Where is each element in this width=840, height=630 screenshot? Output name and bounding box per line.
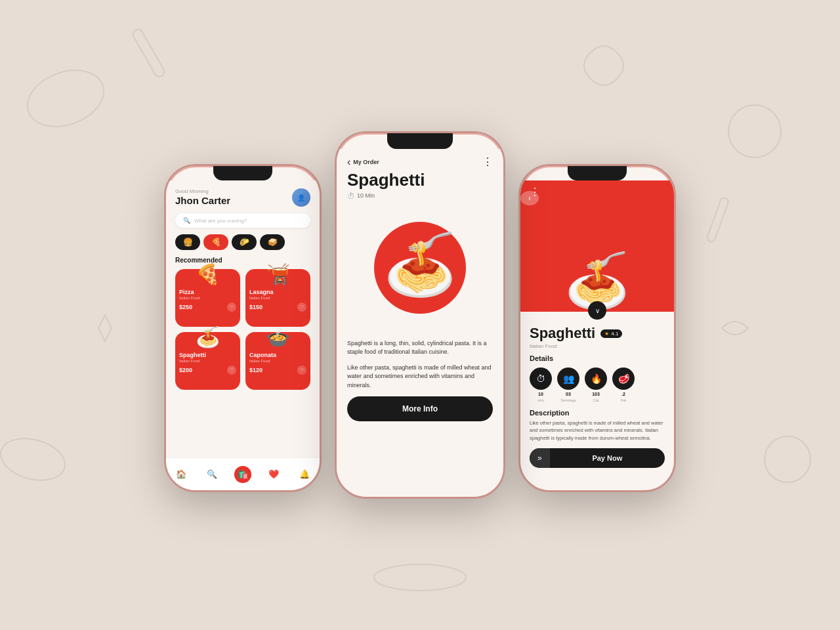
food-bottom-pizza: $250 ♡ (179, 303, 236, 312)
food-img-pizza: 🍕 (188, 257, 228, 290)
notch-right (568, 166, 627, 180)
svg-point-5 (765, 436, 810, 482)
details-title: Details (530, 354, 665, 362)
bottom-nav: 🏠 🔍 🛍️ ❤️ 🔔 (166, 457, 320, 490)
fat-label: Fat (621, 398, 627, 402)
food-sub-lasagna: Italian Food (249, 296, 306, 300)
food-img-caponata: 🍲 (259, 320, 298, 353)
food-sub-pizza: Italian Food (179, 296, 236, 300)
center-top-bar: ‹ My Order ⋮ (337, 149, 503, 171)
heart-pizza[interactable]: ♡ (227, 303, 236, 312)
right-top-section: ‹ ⋮ 🍝 ∨ (520, 180, 674, 312)
more-info-button[interactable]: More Info (347, 396, 493, 421)
category-sandwich[interactable]: 🥪 (260, 234, 285, 250)
fat-icon: 🥩 (612, 368, 635, 390)
screen-right: ‹ ⋮ 🍝 ∨ Spaghetti ★ 4.1 Italian Food Det… (520, 180, 674, 490)
food-bottom-spaghetti: $200 ♡ (179, 366, 236, 375)
servings-value: 03 (566, 392, 571, 396)
food-bottom-lasagna: $150 ♡ (249, 303, 306, 312)
food-price-lasagna: $150 (249, 304, 262, 310)
nav-cart[interactable]: 🛍️ (234, 466, 251, 483)
food-category-right: Italian Food (530, 343, 665, 349)
category-burger[interactable]: 🍔 (175, 234, 200, 250)
nav-search[interactable]: 🔍 (203, 466, 220, 483)
food-card-pizza[interactable]: 🍕 Pizza Italian Food $250 ♡ (175, 269, 240, 327)
detail-calories: 🔥 103 Cal (585, 368, 607, 402)
svg-rect-3 (706, 197, 729, 243)
food-price-spaghetti: $200 (179, 367, 192, 373)
center-description: Spaghetti is a long, thin, solid, cylind… (337, 330, 503, 497)
food-card-lasagna[interactable]: 🫕 Lasagna Italian Food $150 ♡ (245, 269, 310, 327)
description-2: Like other pasta, spaghetti is made of m… (347, 364, 493, 390)
servings-icon: 👥 (557, 368, 579, 390)
order-title: My Order (353, 159, 379, 165)
greeting-small: Good Morning (175, 188, 230, 194)
search-icon: 🔍 (183, 217, 190, 224)
category-pizza[interactable]: 🍕 (203, 234, 228, 250)
pay-now-label: Pay Now (550, 449, 665, 467)
food-card-spaghetti[interactable]: 🍝 Spaghetti Italian Food $200 ♡ (175, 332, 240, 390)
description-title-right: Description (530, 409, 665, 417)
heart-caponata[interactable]: ♡ (297, 366, 306, 375)
phone-right: ‹ ⋮ 🍝 ∨ Spaghetti ★ 4.1 Italian Food Det… (518, 164, 676, 492)
svg-point-2 (728, 105, 781, 158)
hero-food-image: 🍝 (383, 235, 457, 294)
category-taco[interactable]: 🌮 (232, 234, 257, 250)
food-img-spaghetti: 🍝 (188, 320, 228, 353)
chevron-down-icon[interactable]: ∨ (588, 301, 606, 320)
svg-point-4 (0, 432, 70, 487)
category-pills: 🍔 🍕 🌮 🥪 (175, 234, 310, 250)
center-food-title: Spaghetti (337, 171, 503, 192)
menu-dots-center[interactable]: ⋮ (482, 156, 493, 168)
food-bottom-caponata: $120 ♡ (249, 366, 306, 375)
clock-icon: ⏱️ (347, 192, 354, 199)
avatar[interactable]: 👤 (292, 188, 310, 207)
right-top-bar: ‹ ⋮ (520, 186, 674, 198)
calories-value: 103 (592, 392, 600, 396)
heart-spaghetti[interactable]: ♡ (227, 366, 236, 375)
pay-now-button[interactable]: » Pay Now (530, 448, 665, 468)
calories-icon: 🔥 (585, 368, 607, 390)
food-hero-center: 🍝 (347, 205, 493, 330)
description-1: Spaghetti is a long, thin, solid, cylind… (347, 339, 493, 357)
time-icon: ⏱ (530, 368, 552, 390)
svg-point-7 (374, 564, 466, 591)
food-card-caponata[interactable]: 🍲 Caponata Italian Food $120 ♡ (245, 332, 310, 390)
rating-badge: ★ 4.1 (600, 329, 622, 338)
heart-lasagna[interactable]: ♡ (297, 303, 306, 312)
calories-label: Cal (593, 398, 598, 402)
star-icon: ★ (604, 331, 609, 337)
notch-center (387, 133, 453, 149)
pay-icon: » (530, 448, 550, 468)
detail-servings: 👥 03 Servings (557, 368, 579, 402)
food-sub-caponata: Italian Food (249, 359, 306, 363)
greeting-name: Jhon Carter (175, 195, 230, 206)
svg-rect-1 (131, 28, 166, 79)
right-title-row: Spaghetti ★ 4.1 (530, 325, 665, 342)
fat-value: .2 (621, 392, 625, 396)
phone-left: Good Morning Jhon Carter 👤 🔍 What are yo… (164, 164, 322, 492)
back-button-right[interactable]: ‹ (520, 191, 539, 205)
food-img-lasagna: 🫕 (259, 257, 298, 290)
nav-home[interactable]: 🏠 (173, 466, 190, 483)
time-badge: ⏱️ 10 Min (337, 192, 503, 205)
right-food-title: Spaghetti (530, 325, 595, 342)
nav-favorites[interactable]: ❤️ (265, 466, 282, 483)
food-sub-spaghetti: Italian Food (179, 359, 236, 363)
search-placeholder: What are you craving? (194, 218, 247, 224)
screen-left: Good Morning Jhon Carter 👤 🔍 What are yo… (166, 180, 320, 490)
phone-center: ‹ My Order ⋮ Spaghetti ⏱️ 10 Min 🍝 Spagh… (335, 131, 505, 499)
right-bottom-section: Spaghetti ★ 4.1 Italian Food Details ⏱ 1… (520, 312, 674, 490)
rating-value: 4.1 (611, 331, 618, 337)
search-bar[interactable]: 🔍 What are you craving? (175, 213, 310, 228)
screen-center: ‹ My Order ⋮ Spaghetti ⏱️ 10 Min 🍝 Spagh… (337, 149, 503, 497)
back-button-center[interactable]: ‹ My Order (347, 156, 379, 168)
notch-left (213, 166, 272, 180)
header-left: Good Morning Jhon Carter 👤 (175, 188, 310, 207)
nav-notifications[interactable]: 🔔 (296, 466, 313, 483)
food-price-pizza: $250 (179, 304, 192, 310)
time-label-right: min (537, 398, 544, 402)
svg-point-0 (20, 60, 112, 136)
food-price-caponata: $120 (249, 367, 262, 373)
details-icons-row: ⏱ 10 min 👥 03 Servings 🔥 103 Cal (530, 368, 665, 402)
